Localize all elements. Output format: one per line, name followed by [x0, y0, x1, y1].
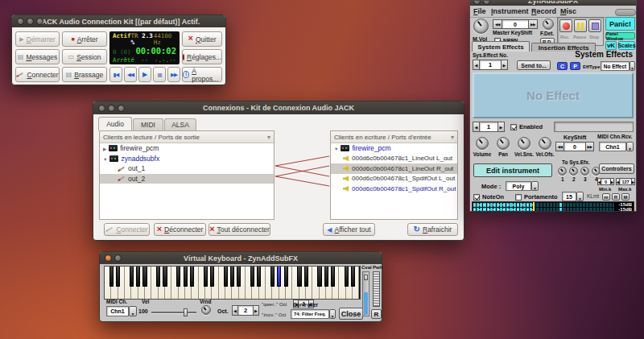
- piano-black-key[interactable]: [304, 267, 308, 287]
- slider-thumb[interactable]: [364, 275, 368, 280]
- noteon-checkbox[interactable]: [473, 194, 480, 201]
- spin-up-icon[interactable]: [610, 178, 614, 185]
- instrument-name-field[interactable]: [554, 122, 634, 132]
- jack-titlebar[interactable]: JACK Audio Connection Kit [(par défaut)]…: [12, 15, 225, 27]
- piano-black-key[interactable]: [210, 267, 214, 287]
- piano-black-key[interactable]: [176, 267, 180, 287]
- spin-up-icon[interactable]: [631, 178, 635, 185]
- vkeyboard-titlebar[interactable]: Virtual Keyboard - ZynAddSubFX: [100, 252, 382, 264]
- paste-button[interactable]: P: [570, 62, 580, 70]
- piano-black-key[interactable]: [331, 267, 335, 287]
- expander-collapsed-icon[interactable]: [103, 144, 106, 152]
- spin-up-icon[interactable]: [501, 60, 508, 70]
- part-spinner[interactable]: 1: [473, 122, 505, 132]
- chevron-down-icon[interactable]: [129, 306, 137, 316]
- tree-row-lineout-r[interactable]: 000d6c0b004678c1_LineOut R_out: [331, 163, 457, 174]
- transport-backward-button[interactable]: [124, 67, 137, 82]
- velocity-slider-thumb[interactable]: [184, 308, 188, 316]
- disconnect-button[interactable]: Déconnecter: [154, 223, 206, 236]
- transport-pause-button[interactable]: [153, 67, 166, 82]
- spin-down-icon[interactable]: [473, 122, 480, 132]
- piano-black-key[interactable]: [204, 267, 208, 287]
- pitch-wheel[interactable]: [373, 271, 380, 307]
- reset-button[interactable]: R: [612, 193, 620, 201]
- piano-black-key[interactable]: [270, 267, 275, 287]
- pitch-reset-button[interactable]: R: [371, 309, 382, 319]
- part-pan-knob[interactable]: [497, 137, 510, 150]
- transport-rewind-start-button[interactable]: [109, 67, 122, 82]
- piano-black-key[interactable]: [224, 267, 228, 287]
- tree-row-spdifout-l[interactable]: 000d6c0b004678c1_SpdifOut L_out: [331, 174, 457, 184]
- fine-detune-knob[interactable]: [543, 19, 554, 30]
- piano-black-key[interactable]: [257, 267, 261, 287]
- spin-up-icon[interactable]: [497, 122, 505, 132]
- expander-expanded-icon[interactable]: [334, 144, 338, 152]
- piano-black-key[interactable]: [351, 267, 355, 287]
- spin-down-icon[interactable]: [232, 305, 238, 316]
- sys-effect-spinner[interactable]: 1: [473, 60, 508, 70]
- tree-row-out2[interactable]: out_2: [100, 174, 274, 184]
- piano-black-key[interactable]: [142, 267, 147, 287]
- chevron-down-icon[interactable]: [329, 309, 336, 319]
- panic-button[interactable]: Panic!: [605, 17, 635, 31]
- tab-audio[interactable]: Audio: [98, 117, 132, 130]
- piano-black-key[interactable]: [163, 267, 167, 287]
- spin-up-icon[interactable]: [585, 142, 594, 151]
- tree-row-out1[interactable]: out_1: [100, 163, 274, 174]
- velocity-offset-knob[interactable]: [539, 137, 551, 150]
- messages-button[interactable]: Messages: [15, 49, 60, 64]
- piano-black-key[interactable]: [184, 267, 188, 287]
- about-button[interactable]: À propos...: [182, 67, 222, 82]
- minimize-icon[interactable]: [108, 105, 115, 112]
- maximize-icon[interactable]: [36, 18, 43, 25]
- close-icon[interactable]: [17, 18, 24, 25]
- sys-efx-knob-1[interactable]: [558, 167, 567, 176]
- settings-button[interactable]: Réglages...: [182, 49, 222, 64]
- piano-black-key[interactable]: [156, 267, 160, 287]
- piano-black-key[interactable]: [297, 267, 301, 287]
- velocity-slider[interactable]: [151, 312, 196, 313]
- spin-up-icon[interactable]: [528, 19, 538, 29]
- transport-forward-button[interactable]: [167, 67, 180, 82]
- tree-row-spdifout-r[interactable]: 000d6c0b004678c1_SpdifOut R_out: [331, 184, 457, 194]
- chevron-down-icon[interactable]: [531, 181, 539, 191]
- piano-black-key[interactable]: [250, 267, 254, 287]
- quit-button[interactable]: Quitter: [182, 31, 222, 47]
- menu-file[interactable]: File: [473, 7, 486, 15]
- spin-down-icon[interactable]: [473, 60, 480, 70]
- portamento-checkbox[interactable]: [515, 194, 522, 201]
- expander-expanded-icon[interactable]: [103, 155, 107, 163]
- close-icon[interactable]: [105, 254, 112, 262]
- close-button[interactable]: Close: [339, 308, 363, 320]
- record-button[interactable]: [559, 19, 572, 32]
- spin-down-icon[interactable]: [555, 142, 564, 151]
- piano-black-key[interactable]: [109, 267, 114, 287]
- piano-black-key[interactable]: [324, 267, 328, 287]
- minimize-icon[interactable]: [114, 254, 122, 262]
- tab-midi[interactable]: MIDI: [133, 118, 163, 130]
- piano-black-key[interactable]: [237, 267, 241, 287]
- edit-instrument-button[interactable]: Edit instrument: [473, 163, 552, 177]
- chevron-down-icon[interactable]: [576, 192, 584, 201]
- piano[interactable]: [104, 266, 361, 300]
- patchbay-button[interactable]: Brassage: [62, 67, 107, 82]
- close-icon[interactable]: [98, 105, 105, 112]
- maximal-button[interactable]: M: [621, 193, 630, 201]
- vrnd-knob[interactable]: [201, 305, 211, 315]
- master-volume-knob[interactable]: [473, 19, 489, 34]
- vk-button[interactable]: vK: [605, 41, 617, 50]
- minimize-icon[interactable]: [27, 18, 34, 25]
- spin-down-icon[interactable]: [493, 19, 502, 29]
- min-key-spinner[interactable]: 0: [597, 178, 614, 185]
- tab-alsa[interactable]: ALSA: [164, 118, 196, 130]
- controller-value-slider[interactable]: [362, 271, 369, 316]
- menu-grip[interactable]: [615, 9, 636, 16]
- part-enabled-checkbox[interactable]: [510, 124, 517, 130]
- transport-play-button[interactable]: [138, 67, 151, 82]
- scales-button[interactable]: Scales: [618, 41, 635, 50]
- piano-black-key[interactable]: [284, 267, 288, 287]
- pause-button[interactable]: [574, 19, 587, 32]
- input-ports-header[interactable]: Clients en ecriture / Ports d'entrée: [331, 131, 457, 143]
- connections-titlebar[interactable]: Connexions - Kit de Connexion Audio JACK: [93, 101, 464, 114]
- panel-window-button[interactable]: Panel Window: [605, 32, 635, 39]
